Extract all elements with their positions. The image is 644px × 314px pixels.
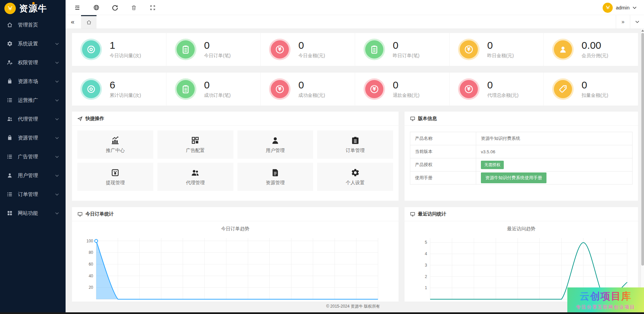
sidebar-item-label: 管理首页 — [18, 22, 38, 28]
version-row-label: 产品授权 — [410, 158, 476, 171]
trash-icon[interactable] — [130, 4, 138, 11]
sidebar-item-agents[interactable]: 代理管理 — [0, 110, 66, 128]
stat-value: 0 — [393, 40, 419, 51]
sidebar-item-home[interactable]: 管理首页 — [0, 15, 66, 34]
manual-button[interactable]: 资源牛知识付费系统使用手册 — [481, 172, 546, 183]
stat-label: 昨日金额(元) — [487, 53, 514, 59]
stat-refund-amount: ¥ 0退款金额(元) — [355, 73, 450, 106]
stat-value: 0 — [298, 40, 325, 51]
watermark: 云创项目库 专注分享互联网创业项目 — [567, 287, 644, 312]
quick-op-label: 订单管理 — [346, 148, 365, 154]
version-row-label: 当前版本 — [410, 145, 476, 158]
sidebar-item-label: 资源管理 — [18, 135, 38, 141]
stats-row-2: 6累计访问量(次) 0成功订单(笔) ¥ 0成功金额(元) ¥ 0退款金额(元)… — [72, 73, 638, 106]
table-row: 产品授权 无需授权 — [410, 158, 633, 171]
sidebar-item-ads[interactable]: 广告管理 — [0, 147, 66, 166]
tab-bar: « » — [66, 15, 644, 29]
sidebar-item-users[interactable]: 用户管理 — [0, 166, 66, 185]
stat-agent-balance: ¥ 0代理总余额(元) — [450, 73, 544, 106]
yen-icon: ¥ — [365, 80, 383, 98]
chevron-down-icon — [55, 174, 59, 177]
tag-icon — [554, 80, 572, 98]
stat-value: 0 — [204, 40, 231, 51]
version-table: 产品名称 资源牛知识付费系统 当前版本 v3.5.06 产品授权 无需授权 使用… — [410, 132, 633, 185]
sidebar-item-orders[interactable]: 订单管理 — [0, 185, 66, 204]
app-logo[interactable]: 资源牛 — [0, 0, 66, 17]
chevron-down-icon — [633, 6, 637, 9]
stat-label: 会员分佣(元) — [581, 53, 608, 59]
quick-op-personal-settings[interactable]: 个人设置 — [317, 163, 393, 191]
globe-icon[interactable] — [92, 4, 100, 11]
sidebar-item-label: 网站功能 — [18, 210, 38, 217]
sidebar-menu: 管理首页 系统设置 权限管理 资源市场 运营推广 — [0, 15, 66, 223]
scrollbar-up-arrow-icon[interactable] — [641, 30, 644, 32]
yen-icon: ¥ — [271, 80, 289, 98]
sidebar-item-resources[interactable]: 资源管理 — [0, 128, 66, 147]
sidebar-item-label: 代理管理 — [18, 116, 38, 122]
monitor-icon — [77, 211, 83, 217]
stat-today-orders: 0今日订单(笔) — [166, 33, 261, 66]
version-row-label: 产品名称 — [410, 132, 476, 145]
chart-title: 今日订单趋势 — [72, 226, 399, 232]
stat-label: 退款金额(元) — [393, 92, 419, 99]
user-menu[interactable]: admin — [603, 0, 637, 15]
stat-success-orders: 0成功订单(笔) — [166, 73, 261, 106]
stat-value: 1 — [110, 40, 141, 51]
chevron-down-icon — [55, 193, 59, 196]
yen-icon: ¥ — [460, 40, 478, 58]
quick-op-order-management[interactable]: 订单管理 — [317, 130, 393, 159]
tabs-menu-icon[interactable] — [630, 15, 644, 29]
chevron-down-icon — [55, 137, 59, 139]
sidebar-item-permissions[interactable]: 权限管理 — [0, 53, 66, 72]
refresh-icon[interactable] — [111, 4, 119, 11]
chevron-down-icon — [55, 212, 59, 214]
tabs-scroll-right-icon[interactable]: » — [616, 15, 630, 29]
panel-title: 今日订单统计 — [85, 211, 114, 217]
svg-text:¥: ¥ — [467, 86, 470, 92]
stat-label: 昨日订单(笔) — [393, 53, 419, 59]
sidebar-item-label: 运营推广 — [18, 97, 38, 104]
sidebar-item-label: 资源市场 — [18, 78, 38, 85]
svg-text:100: 100 — [86, 239, 93, 243]
watermark-subtitle: 专注分享互联网创业项目 — [576, 304, 635, 310]
stat-label: 今日订单(笔) — [204, 53, 231, 59]
quick-op-resource-management[interactable]: 资源管理 — [237, 163, 313, 191]
quick-op-withdrawal-management[interactable]: 提现管理 — [77, 163, 153, 191]
quick-op-agent-management[interactable]: 代理管理 — [157, 163, 233, 191]
quick-op-promotion-center[interactable]: 推广中心 — [77, 130, 153, 159]
svg-text:40: 40 — [89, 274, 93, 278]
monitor-icon — [410, 116, 415, 121]
sidebar-item-site-features[interactable]: 网站功能 — [0, 204, 66, 223]
orders-chart-panel: 今日订单统计 今日订单趋势 20406080100 — [72, 207, 399, 302]
scrollbar-thumb[interactable] — [641, 33, 644, 266]
stat-today-visits: 1今日访问量(次) — [72, 33, 166, 66]
panel-title: 快捷操作 — [85, 116, 104, 122]
yen-icon: ¥ — [460, 80, 478, 98]
sidebar-item-system-settings[interactable]: 系统设置 — [0, 34, 66, 53]
chevron-down-icon — [55, 118, 59, 120]
svg-text:3: 3 — [425, 263, 427, 268]
stat-success-amount: ¥ 0成功金额(元) — [261, 73, 355, 106]
fullscreen-icon[interactable] — [149, 4, 156, 11]
sidebar-item-operations[interactable]: 运营推广 — [0, 91, 66, 110]
tab-home[interactable] — [81, 15, 97, 29]
stat-value: 0 — [487, 40, 514, 51]
top-header: admin — [66, 0, 644, 15]
quick-op-label: 代理管理 — [186, 180, 205, 186]
quick-op-user-management[interactable]: 用户管理 — [237, 130, 313, 159]
quick-op-label: 提现管理 — [106, 180, 125, 186]
home-icon — [86, 19, 92, 25]
paper-plane-icon — [77, 116, 83, 121]
page-scrollbar[interactable] — [641, 29, 644, 314]
quick-op-ad-config[interactable]: 广告配置 — [157, 130, 233, 159]
collapse-menu-icon[interactable] — [74, 4, 81, 11]
table-row: 产品名称 资源牛知识付费系统 — [410, 132, 633, 145]
tabs-scroll-left-icon[interactable]: « — [66, 15, 80, 29]
person-icon — [554, 40, 572, 58]
stat-value: 0.00 — [581, 40, 608, 51]
svg-text:4: 4 — [425, 251, 427, 256]
monitor-icon — [410, 211, 415, 217]
username: admin — [616, 5, 630, 10]
stat-label: 今日金额(元) — [298, 53, 325, 59]
sidebar-item-resource-market[interactable]: 资源市场 — [0, 72, 66, 91]
